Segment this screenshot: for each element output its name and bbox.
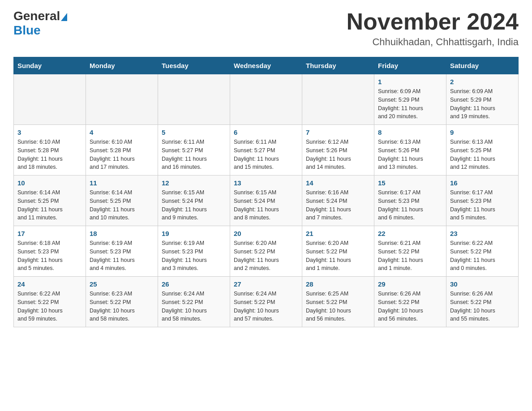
day-info: Sunrise: 6:22 AMSunset: 5:22 PMDaylight:…	[17, 290, 82, 323]
day-info: Sunrise: 6:20 AMSunset: 5:22 PMDaylight:…	[234, 239, 298, 273]
day-of-week-sunday: Sunday	[14, 57, 86, 74]
day-info: Sunrise: 6:11 AMSunset: 5:27 PMDaylight:…	[162, 138, 226, 171]
day-info: Sunrise: 6:09 AMSunset: 5:29 PMDaylight:…	[378, 87, 442, 121]
day-info: Sunrise: 6:11 AMSunset: 5:27 PMDaylight:…	[234, 138, 298, 171]
calendar-cell: 29Sunrise: 6:26 AMSunset: 5:22 PMDayligh…	[374, 277, 446, 327]
calendar-cell: 24Sunrise: 6:22 AMSunset: 5:22 PMDayligh…	[14, 277, 86, 327]
calendar-cell	[14, 74, 86, 125]
calendar-table: SundayMondayTuesdayWednesdayThursdayFrid…	[13, 57, 519, 327]
calendar-cell: 11Sunrise: 6:14 AMSunset: 5:25 PMDayligh…	[86, 176, 158, 226]
calendar-cell	[302, 74, 374, 125]
logo: General Blue	[13, 9, 68, 38]
day-number: 11	[90, 179, 154, 187]
day-of-week-friday: Friday	[374, 57, 446, 74]
calendar-cell: 2Sunrise: 6:09 AMSunset: 5:29 PMDaylight…	[446, 74, 519, 125]
calendar-cell: 28Sunrise: 6:25 AMSunset: 5:22 PMDayligh…	[302, 277, 374, 327]
calendar-cell: 21Sunrise: 6:20 AMSunset: 5:22 PMDayligh…	[302, 226, 374, 277]
day-info: Sunrise: 6:23 AMSunset: 5:22 PMDaylight:…	[90, 290, 154, 323]
week-row-3: 10Sunrise: 6:14 AMSunset: 5:25 PMDayligh…	[14, 176, 519, 226]
title-area: November 2024 Chhuikhadan, Chhattisgarh,…	[347, 9, 519, 48]
calendar-cell: 5Sunrise: 6:11 AMSunset: 5:27 PMDaylight…	[158, 125, 230, 176]
week-row-4: 17Sunrise: 6:18 AMSunset: 5:23 PMDayligh…	[14, 226, 519, 277]
day-info: Sunrise: 6:24 AMSunset: 5:22 PMDaylight:…	[234, 290, 298, 323]
day-number: 14	[306, 179, 370, 187]
day-number: 27	[234, 280, 298, 288]
day-number: 21	[306, 230, 370, 237]
day-info: Sunrise: 6:25 AMSunset: 5:22 PMDaylight:…	[306, 290, 370, 323]
day-info: Sunrise: 6:22 AMSunset: 5:22 PMDaylight:…	[450, 239, 515, 273]
day-info: Sunrise: 6:24 AMSunset: 5:22 PMDaylight:…	[162, 290, 226, 323]
day-number: 19	[162, 230, 226, 237]
calendar-cell: 26Sunrise: 6:24 AMSunset: 5:22 PMDayligh…	[158, 277, 230, 327]
day-info: Sunrise: 6:09 AMSunset: 5:29 PMDaylight:…	[450, 87, 515, 121]
day-number: 25	[90, 280, 154, 288]
day-number: 24	[17, 280, 82, 288]
day-info: Sunrise: 6:20 AMSunset: 5:22 PMDaylight:…	[306, 239, 370, 273]
day-number: 2	[450, 78, 515, 86]
day-info: Sunrise: 6:21 AMSunset: 5:22 PMDaylight:…	[378, 239, 442, 273]
page-header: General Blue November 2024 Chhuikhadan, …	[13, 9, 519, 48]
day-number: 16	[450, 179, 515, 187]
calendar-header: SundayMondayTuesdayWednesdayThursdayFrid…	[14, 57, 519, 74]
day-of-week-monday: Monday	[86, 57, 158, 74]
day-number: 15	[378, 179, 442, 187]
days-of-week-row: SundayMondayTuesdayWednesdayThursdayFrid…	[14, 57, 519, 74]
week-row-5: 24Sunrise: 6:22 AMSunset: 5:22 PMDayligh…	[14, 277, 519, 327]
day-info: Sunrise: 6:10 AMSunset: 5:28 PMDaylight:…	[17, 138, 82, 171]
day-number: 29	[378, 280, 442, 288]
day-number: 5	[162, 128, 226, 136]
calendar-body: 1Sunrise: 6:09 AMSunset: 5:29 PMDaylight…	[14, 74, 519, 327]
day-of-week-tuesday: Tuesday	[158, 57, 230, 74]
day-info: Sunrise: 6:14 AMSunset: 5:25 PMDaylight:…	[90, 188, 154, 222]
day-number: 8	[378, 128, 442, 136]
day-info: Sunrise: 6:16 AMSunset: 5:24 PMDaylight:…	[306, 188, 370, 222]
logo-triangle-icon	[61, 13, 67, 21]
day-number: 22	[378, 230, 442, 237]
day-number: 23	[450, 230, 515, 237]
location-title: Chhuikhadan, Chhattisgarh, India	[347, 36, 519, 48]
calendar-cell: 12Sunrise: 6:15 AMSunset: 5:24 PMDayligh…	[158, 176, 230, 226]
day-number: 20	[234, 230, 298, 237]
calendar-cell: 27Sunrise: 6:24 AMSunset: 5:22 PMDayligh…	[230, 277, 302, 327]
logo-general: General	[13, 9, 60, 23]
calendar-cell: 15Sunrise: 6:17 AMSunset: 5:23 PMDayligh…	[374, 176, 446, 226]
day-number: 4	[90, 128, 154, 136]
calendar-cell: 30Sunrise: 6:26 AMSunset: 5:22 PMDayligh…	[446, 277, 519, 327]
calendar-cell	[230, 74, 302, 125]
day-info: Sunrise: 6:15 AMSunset: 5:24 PMDaylight:…	[162, 188, 226, 222]
day-info: Sunrise: 6:17 AMSunset: 5:23 PMDaylight:…	[450, 188, 515, 222]
day-of-week-wednesday: Wednesday	[230, 57, 302, 74]
calendar-cell	[158, 74, 230, 125]
day-number: 1	[378, 78, 442, 86]
calendar-cell: 1Sunrise: 6:09 AMSunset: 5:29 PMDaylight…	[374, 74, 446, 125]
day-info: Sunrise: 6:26 AMSunset: 5:22 PMDaylight:…	[450, 290, 515, 323]
day-info: Sunrise: 6:13 AMSunset: 5:26 PMDaylight:…	[378, 138, 442, 171]
calendar-cell: 6Sunrise: 6:11 AMSunset: 5:27 PMDaylight…	[230, 125, 302, 176]
day-info: Sunrise: 6:14 AMSunset: 5:25 PMDaylight:…	[17, 188, 82, 222]
day-info: Sunrise: 6:17 AMSunset: 5:23 PMDaylight:…	[378, 188, 442, 222]
day-info: Sunrise: 6:12 AMSunset: 5:26 PMDaylight:…	[306, 138, 370, 171]
day-number: 17	[17, 230, 82, 237]
week-row-1: 1Sunrise: 6:09 AMSunset: 5:29 PMDaylight…	[14, 74, 519, 125]
day-info: Sunrise: 6:10 AMSunset: 5:28 PMDaylight:…	[90, 138, 154, 171]
calendar-cell: 7Sunrise: 6:12 AMSunset: 5:26 PMDaylight…	[302, 125, 374, 176]
day-number: 10	[17, 179, 82, 187]
day-info: Sunrise: 6:15 AMSunset: 5:24 PMDaylight:…	[234, 188, 298, 222]
day-number: 26	[162, 280, 226, 288]
day-info: Sunrise: 6:18 AMSunset: 5:23 PMDaylight:…	[17, 239, 82, 273]
calendar-cell: 17Sunrise: 6:18 AMSunset: 5:23 PMDayligh…	[14, 226, 86, 277]
day-number: 28	[306, 280, 370, 288]
calendar-cell: 25Sunrise: 6:23 AMSunset: 5:22 PMDayligh…	[86, 277, 158, 327]
calendar-cell: 10Sunrise: 6:14 AMSunset: 5:25 PMDayligh…	[14, 176, 86, 226]
day-number: 3	[17, 128, 82, 136]
day-of-week-thursday: Thursday	[302, 57, 374, 74]
calendar-cell: 4Sunrise: 6:10 AMSunset: 5:28 PMDaylight…	[86, 125, 158, 176]
calendar-cell: 9Sunrise: 6:13 AMSunset: 5:25 PMDaylight…	[446, 125, 519, 176]
day-number: 9	[450, 128, 515, 136]
calendar-cell: 22Sunrise: 6:21 AMSunset: 5:22 PMDayligh…	[374, 226, 446, 277]
calendar-cell: 18Sunrise: 6:19 AMSunset: 5:23 PMDayligh…	[86, 226, 158, 277]
calendar-cell: 3Sunrise: 6:10 AMSunset: 5:28 PMDaylight…	[14, 125, 86, 176]
day-number: 6	[234, 128, 298, 136]
calendar-cell: 13Sunrise: 6:15 AMSunset: 5:24 PMDayligh…	[230, 176, 302, 226]
day-of-week-saturday: Saturday	[446, 57, 519, 74]
